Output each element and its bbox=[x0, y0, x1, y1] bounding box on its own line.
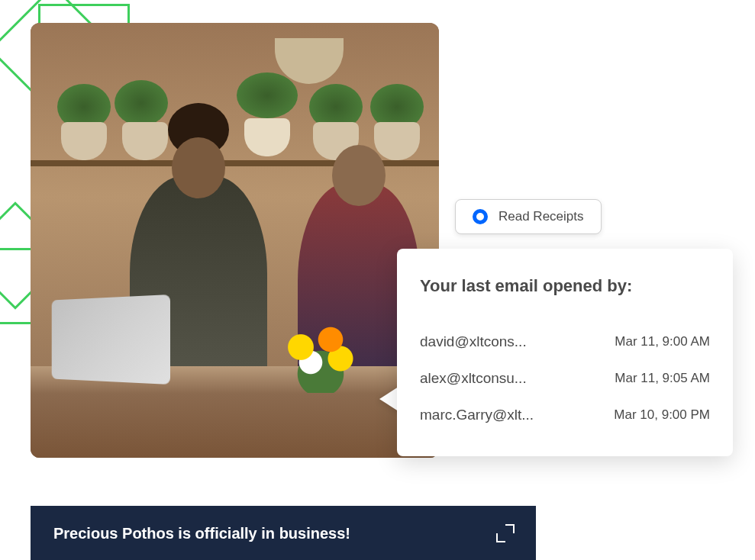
email-address: alex@xltconsu... bbox=[420, 370, 527, 387]
chip-label: Read Receipts bbox=[498, 209, 584, 224]
email-address: marc.Garry@xlt... bbox=[420, 407, 534, 423]
announcement-banner[interactable]: Precious Pothos is officially in busines… bbox=[31, 506, 536, 560]
email-opened-panel: Your last email opened by: david@xltcons… bbox=[397, 249, 733, 456]
radio-selected-icon bbox=[473, 209, 488, 224]
email-row: alex@xltconsu... Mar 11, 9:05 AM bbox=[420, 360, 710, 397]
email-timestamp: Mar 11, 9:05 AM bbox=[615, 371, 710, 386]
email-timestamp: Mar 11, 9:00 AM bbox=[615, 334, 710, 349]
expand-icon[interactable] bbox=[498, 526, 513, 541]
hero-photo bbox=[31, 23, 439, 458]
email-row: marc.Garry@xlt... Mar 10, 9:00 PM bbox=[420, 397, 710, 433]
banner-text: Precious Pothos is officially in busines… bbox=[53, 525, 350, 542]
read-receipts-chip[interactable]: Read Receipts bbox=[455, 199, 602, 234]
panel-title: Your last email opened by: bbox=[420, 276, 710, 296]
email-address: david@xltcons... bbox=[420, 333, 527, 350]
email-row: david@xltcons... Mar 11, 9:00 AM bbox=[420, 323, 710, 360]
email-timestamp: Mar 10, 9:00 PM bbox=[614, 407, 710, 423]
